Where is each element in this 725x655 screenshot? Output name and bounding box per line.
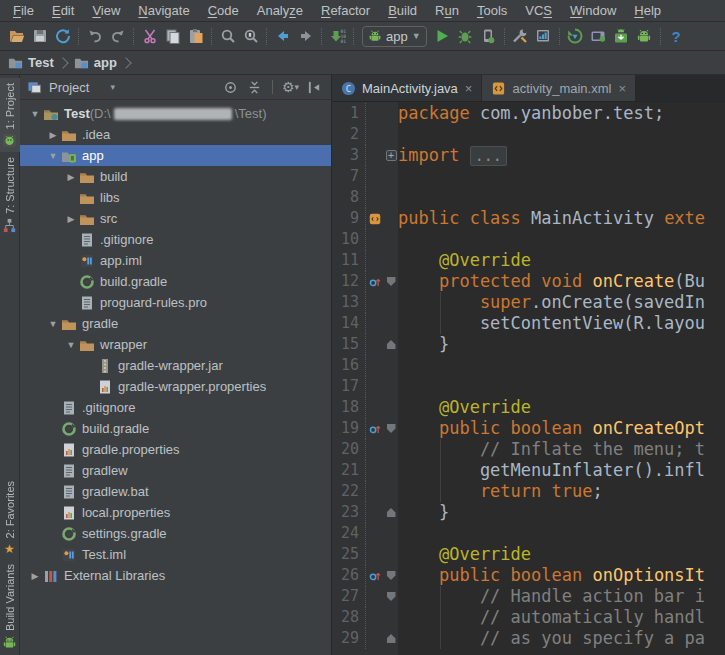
find-button[interactable] xyxy=(216,24,239,48)
tab-close-icon[interactable]: × xyxy=(465,81,473,96)
tree-row-gitignore[interactable]: .gitignore xyxy=(20,397,331,418)
expand-arrow-icon[interactable]: ▶ xyxy=(28,571,42,581)
code-line-18[interactable]: 18 @Override xyxy=(332,397,725,418)
gradle-sync-button[interactable] xyxy=(564,24,587,48)
tree-row-local-properties[interactable]: local.properties xyxy=(20,502,331,523)
code-line-8[interactable]: 8 xyxy=(332,187,725,208)
tree-row-gradle[interactable]: ▼gradle xyxy=(20,313,331,334)
breadcrumb-item-test[interactable]: Test xyxy=(8,55,54,70)
tree-row-idea[interactable]: ▶.idea xyxy=(20,124,331,145)
open-folder-button[interactable] xyxy=(5,24,28,48)
tree-row-test[interactable]: ▼Test (D:\\Test) xyxy=(20,103,331,124)
cut-button[interactable] xyxy=(138,24,161,48)
code-line-13[interactable]: 13 super.onCreate(savedIn xyxy=(332,292,725,313)
sdk-manager-button[interactable] xyxy=(509,24,532,48)
menu-build[interactable]: Build xyxy=(379,1,426,20)
update-project-button[interactable]: 011001 xyxy=(326,24,349,48)
tree-row-build[interactable]: ▶build xyxy=(20,166,331,187)
gear-button[interactable]: ⚙▾ xyxy=(281,78,300,96)
breadcrumb-item-app[interactable]: app xyxy=(74,55,117,70)
code-line-25[interactable]: 25 @Override xyxy=(332,544,725,565)
override-gutter[interactable] xyxy=(366,418,384,439)
sync-button[interactable] xyxy=(51,24,74,48)
menu-analyze[interactable]: Analyze xyxy=(248,1,312,20)
tool-button-2-favorites[interactable]: 2: Favorites★ xyxy=(0,476,20,558)
tree-row-app-iml[interactable]: app.iml xyxy=(20,250,331,271)
code-line-20[interactable]: 20 // Inflate the menu; t xyxy=(332,439,725,460)
debug-button[interactable] xyxy=(454,24,477,48)
menu-refactor[interactable]: Refactor xyxy=(312,1,379,20)
folded-imports[interactable]: ... xyxy=(470,146,507,166)
redo-button[interactable] xyxy=(106,24,129,48)
tree-row-libs[interactable]: libs xyxy=(20,187,331,208)
tree-row-settings-gradle[interactable]: settings.gradle xyxy=(20,523,331,544)
fold-end-icon[interactable] xyxy=(387,634,396,643)
tree-row-build-gradle[interactable]: build.gradle xyxy=(20,271,331,292)
code-line-23[interactable]: 23 } xyxy=(332,502,725,523)
collapse-arrow-icon[interactable]: ▼ xyxy=(46,319,60,329)
code-line-28[interactable]: 28 // automatically handl xyxy=(332,607,725,628)
fold-start-icon[interactable] xyxy=(387,571,396,580)
menu-edit[interactable]: Edit xyxy=(43,1,83,20)
code-line-27[interactable]: 27 // Handle action bar i xyxy=(332,586,725,607)
override-gutter[interactable] xyxy=(366,565,384,586)
copy-button[interactable] xyxy=(161,24,184,48)
help-button[interactable]: ? xyxy=(665,24,688,48)
menu-view[interactable]: View xyxy=(83,1,129,20)
paste-button[interactable] xyxy=(184,24,207,48)
tree-row-gitignore[interactable]: .gitignore xyxy=(20,229,331,250)
code-line-1[interactable]: 1package com.yanbober.test; xyxy=(332,103,725,124)
menu-code[interactable]: Code xyxy=(199,1,248,20)
code-line-17[interactable]: 17 xyxy=(332,376,725,397)
override-gutter[interactable] xyxy=(366,271,384,292)
attach-debugger-button[interactable] xyxy=(477,24,500,48)
avd-manager-button[interactable] xyxy=(587,24,610,48)
tree-row-app[interactable]: ▼app xyxy=(20,145,331,166)
menu-run[interactable]: Run xyxy=(426,1,468,20)
locate-button[interactable] xyxy=(221,78,240,96)
expand-arrow-icon[interactable]: ▶ xyxy=(64,172,78,182)
tree-row-build-gradle[interactable]: build.gradle xyxy=(20,418,331,439)
tree-row-test-iml[interactable]: Test.iml xyxy=(20,544,331,565)
menu-navigate[interactable]: Navigate xyxy=(129,1,198,20)
layout-gutter[interactable] xyxy=(366,208,384,229)
collapse-all-button[interactable] xyxy=(245,78,264,96)
collapse-arrow-icon[interactable]: ▼ xyxy=(64,340,78,350)
undo-button[interactable] xyxy=(83,24,106,48)
fold-end-icon[interactable] xyxy=(387,508,396,517)
code-line-21[interactable]: 21 getMenuInflater().infl xyxy=(332,460,725,481)
code-line-11[interactable]: 11 @Override xyxy=(332,250,725,271)
tree-row-proguard-rules-pro[interactable]: proguard-rules.pro xyxy=(20,292,331,313)
code-line-24[interactable]: 24 xyxy=(332,523,725,544)
expand-arrow-icon[interactable]: ▶ xyxy=(64,214,78,224)
tab-activity-main-xml[interactable]: activity_main.xml× xyxy=(482,75,636,101)
tool-button-7-structure[interactable]: 7: Structure xyxy=(0,152,20,237)
tab-close-icon[interactable]: × xyxy=(618,81,626,96)
project-tree[interactable]: ▼Test (D:\\Test)▶.idea▼app▶buildlibs▶src… xyxy=(20,100,331,655)
code-editor[interactable]: 1package com.yanbober.test;23+import ...… xyxy=(332,102,725,655)
tree-row-gradle-wrapper-properties[interactable]: gradle-wrapper.properties xyxy=(20,376,331,397)
code-line-12[interactable]: 12 protected void onCreate(Bu xyxy=(332,271,725,292)
back-button[interactable] xyxy=(271,24,294,48)
device-monitor-button[interactable] xyxy=(532,24,555,48)
replace-button[interactable] xyxy=(239,24,262,48)
tab-mainactivity-java[interactable]: CMainActivity.java× xyxy=(332,75,482,101)
install-sdk-button[interactable] xyxy=(610,24,633,48)
menu-file[interactable]: File xyxy=(4,1,43,20)
collapse-arrow-icon[interactable]: ▼ xyxy=(28,109,42,119)
tool-button-build-variants[interactable]: Build Variants xyxy=(0,559,20,654)
code-line-9[interactable]: 9public class MainActivity exte xyxy=(332,208,725,229)
code-line-16[interactable]: 16 xyxy=(332,355,725,376)
fold-end-icon[interactable] xyxy=(387,340,396,349)
run-configuration-select[interactable]: app▼ xyxy=(362,26,427,47)
code-line-2[interactable]: 2 xyxy=(332,124,725,145)
tree-row-gradlew[interactable]: gradlew xyxy=(20,460,331,481)
android-button[interactable] xyxy=(633,24,656,48)
expand-arrow-icon[interactable]: ▶ xyxy=(46,130,60,140)
code-line-19[interactable]: 19 public boolean onCreateOpt xyxy=(332,418,725,439)
forward-button[interactable] xyxy=(294,24,317,48)
code-line-7[interactable]: 7 xyxy=(332,166,725,187)
run-button[interactable] xyxy=(431,24,454,48)
hide-panel-button[interactable] xyxy=(305,78,324,96)
tool-button-1-project[interactable]: 1: Project xyxy=(0,78,20,152)
